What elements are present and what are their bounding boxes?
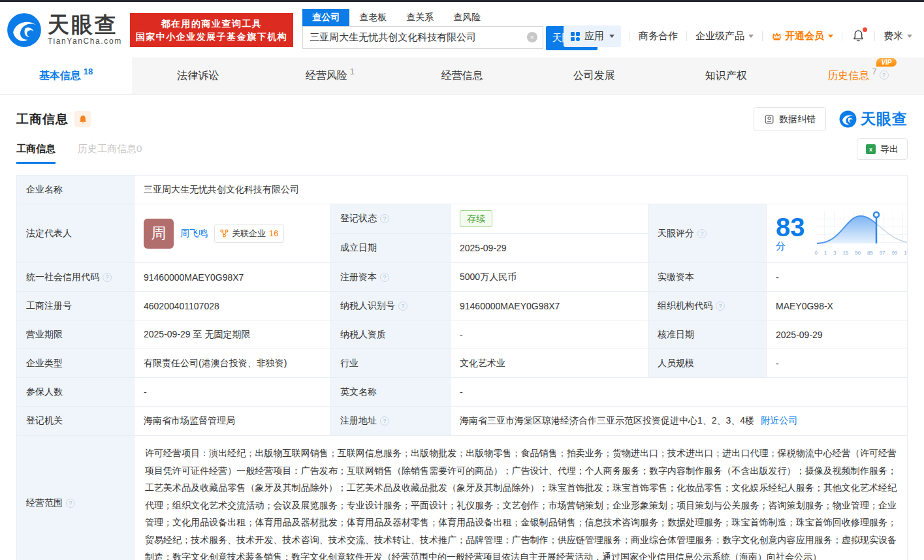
tab-operation-risk[interactable]: 经营风险 1: [264, 57, 396, 94]
field-value-taxpayer-quality: -: [451, 320, 648, 349]
field-label-taxpayer-id: 纳税人识别号: [331, 292, 451, 320]
score-unit: 分: [776, 240, 786, 251]
tianyancha-watermark: 天眼查: [839, 109, 908, 129]
registration-info-table: 企业名称 三亚周大生无忧共创文化科技有限公司 法定代表人 周 周飞鸣 关联企业 …: [16, 175, 908, 560]
field-value-registered-capital: 5000万人民币: [451, 263, 648, 292]
tab-legal-litigation[interactable]: 法律诉讼: [132, 57, 264, 94]
data-correction-button[interactable]: 数据纠错: [754, 107, 826, 131]
field-value-registration-number: 460200401107028: [135, 292, 331, 320]
excel-icon: [866, 144, 876, 154]
search-input[interactable]: [302, 26, 543, 49]
nearby-companies-link[interactable]: 附近公司: [761, 415, 797, 427]
monitor-bell-button[interactable]: [74, 111, 91, 127]
tab-basic-info[interactable]: 基本信息 18: [0, 57, 132, 94]
field-label-tianyan-score: 天眼评分: [648, 204, 767, 263]
tab-company-development[interactable]: 公司发展: [528, 57, 660, 94]
vip-badge: VIP: [876, 58, 896, 67]
subtab-history-registration-info[interactable]: 历史工商信息0: [78, 143, 142, 164]
company-nav-tabs: 基本信息 18 法律诉讼 经营风险 1 经营信息 公司发展 知识产权 历史信息 …: [0, 57, 924, 95]
help-icon[interactable]: [880, 70, 889, 80]
section-title: 工商信息: [16, 111, 69, 128]
chevron-down-icon: [609, 35, 614, 38]
help-icon[interactable]: [380, 273, 389, 282]
avatar[interactable]: 周: [144, 219, 174, 249]
field-label-registered-capital: 注册资本: [331, 263, 451, 292]
tianyancha-logo[interactable]: 天眼查 TianYanCha.com: [7, 12, 122, 48]
score-axis-ticks: 0131550859799100: [814, 249, 908, 256]
tab-label: 基本信息: [39, 69, 81, 83]
site-header: 天眼查 TianYanCha.com 都在用的商业查询工具 国家中小企业发展子基…: [0, 2, 924, 57]
subtab-row: 工商信息 历史工商信息0 导出: [0, 141, 924, 164]
related-companies-badge[interactable]: 关联企业 16: [214, 225, 284, 243]
legal-rep-link[interactable]: 周飞鸣: [180, 228, 208, 240]
help-icon[interactable]: [380, 416, 389, 426]
nav-business-cooperation[interactable]: 商务合作: [639, 30, 678, 42]
field-value-english-name: -: [451, 378, 908, 407]
help-icon[interactable]: [716, 302, 725, 311]
divider: [762, 31, 763, 41]
apps-label: 应用: [584, 30, 604, 42]
field-value-approval-date: 2025-09-29: [767, 320, 908, 349]
field-label-registration-status: 登记状态: [331, 204, 451, 234]
search-tab-boss[interactable]: 查老板: [349, 9, 396, 26]
field-label-company-name: 企业名称: [17, 176, 135, 204]
search-tab-relation[interactable]: 查关系: [396, 9, 443, 26]
field-value-registration-authority: 海南省市场监督管理局: [135, 407, 331, 436]
search-tabs: 查公司 查老板 查关系 查风险: [302, 9, 597, 26]
search-tab-company[interactable]: 查公司: [302, 9, 349, 26]
field-value-business-scope: 许可经营项目：演出经纪；出版物互联网销售；互联网信息服务；出版物批发；出版物零售…: [135, 436, 908, 560]
chevron-down-icon: [907, 35, 912, 38]
field-value-organization-code: MAEY0G98-X: [767, 292, 908, 320]
vip-label: 开通会员: [785, 30, 824, 42]
nav-enterprise-products[interactable]: 企业级产品: [695, 30, 754, 42]
help-icon[interactable]: [66, 499, 75, 508]
field-label-industry: 行业: [331, 349, 451, 378]
user-menu[interactable]: 费米: [884, 30, 912, 42]
subtab-registration-info[interactable]: 工商信息: [16, 143, 56, 164]
username: 费米: [884, 30, 903, 42]
logo-domain: TianYanCha.com: [48, 37, 122, 46]
help-icon[interactable]: [398, 302, 407, 311]
field-label-paid-capital: 实缴资本: [648, 263, 767, 292]
field-label-business-scope: 经营范围: [17, 436, 135, 560]
apps-menu-button[interactable]: 应用: [564, 25, 621, 47]
tab-label: 经营信息: [441, 69, 483, 83]
tab-count: 18: [84, 67, 93, 76]
field-label-legal-representative: 法定代表人: [17, 204, 135, 263]
help-icon[interactable]: [380, 214, 389, 223]
help-icon[interactable]: [697, 229, 707, 238]
tab-intellectual-property[interactable]: 知识产权: [660, 57, 792, 94]
tianyancha-logo-icon: [839, 110, 857, 128]
field-value-paid-capital: -: [767, 263, 908, 292]
field-label-registration-number: 工商注册号: [17, 292, 135, 320]
search-row: 天眼一下: [302, 26, 597, 50]
tab-business-info[interactable]: 经营信息: [396, 57, 528, 94]
org-chart-icon: [220, 229, 229, 238]
field-label-organization-code: 组织机构代码: [648, 292, 767, 320]
tab-history-info[interactable]: 历史信息 7 VIP: [792, 57, 924, 94]
header-nav: 应用 商务合作 企业级产品 开通会员 费米: [564, 25, 912, 47]
field-value-tianyan-score: 83分 0131550859799: [767, 204, 908, 263]
field-label-credit-code: 统一社会信用代码: [17, 263, 135, 292]
logo-text: 天眼查 TianYanCha.com: [48, 14, 122, 46]
field-label-approval-date: 核准日期: [648, 320, 767, 349]
logo-title: 天眼查: [48, 14, 122, 36]
tab-count: 1: [350, 67, 355, 76]
field-label-english-name: 英文名称: [331, 378, 451, 407]
related-count: 16: [269, 228, 278, 238]
clear-search-icon[interactable]: [527, 32, 537, 42]
field-label-staff-size: 人员规模: [648, 349, 767, 378]
section-header: 工商信息 数据纠错 天眼查: [0, 95, 924, 131]
divider: [629, 31, 630, 41]
nav-open-vip[interactable]: 开通会员: [771, 30, 833, 42]
chevron-down-icon: [748, 35, 754, 38]
export-button[interactable]: 导出: [857, 138, 908, 160]
search-tab-risk[interactable]: 查风险: [443, 9, 490, 26]
help-icon[interactable]: [103, 273, 112, 282]
notifications-bell[interactable]: [852, 29, 865, 44]
field-label-registered-address: 注册地址: [331, 407, 451, 436]
field-value-company-name: 三亚周大生无忧共创文化科技有限公司: [135, 176, 908, 204]
apps-grid-icon: [570, 31, 581, 42]
score-number: 83: [776, 213, 805, 241]
search-block: 查公司 查老板 查关系 查风险 天眼一下: [302, 9, 597, 50]
